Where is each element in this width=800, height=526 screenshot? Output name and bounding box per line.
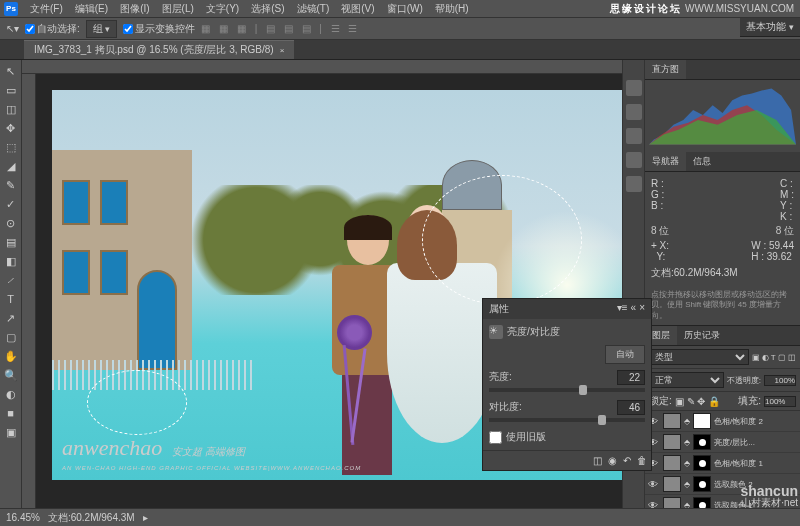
tool-zoom[interactable]: 🔍 — [2, 366, 20, 384]
layer-thumb[interactable] — [663, 476, 681, 492]
opacity-input[interactable] — [764, 375, 796, 386]
menu-type[interactable]: 文字(Y) — [200, 2, 245, 16]
layer-thumb[interactable] — [663, 434, 681, 450]
tool-eraser[interactable]: ◧ — [2, 252, 20, 270]
auto-button[interactable]: 自动 — [605, 345, 645, 364]
menu-select[interactable]: 选择(S) — [245, 2, 290, 16]
workspace-switcher[interactable]: 基本功能 ▾ — [740, 18, 800, 37]
brightness-value[interactable]: 22 — [617, 370, 645, 385]
tab-histogram[interactable]: 直方图 — [645, 60, 686, 79]
layer-name[interactable]: 色相/饱和度 1 — [714, 458, 797, 469]
properties-panel[interactable]: 属性▾≡«× ☀亮度/对比度 自动 亮度:22 对比度:46 使用旧版 ◫ ◉ … — [482, 298, 652, 471]
ps-logo: Ps — [4, 2, 18, 16]
tool-swap[interactable]: ◐ — [2, 385, 20, 403]
visibility-icon[interactable]: 👁 — [648, 479, 660, 490]
doc-size[interactable]: 文档:60.2M/964.3M — [48, 511, 135, 525]
histogram-graph — [649, 84, 796, 146]
tool-marquee[interactable]: ▭ — [2, 81, 20, 99]
layer-name[interactable]: 亮度/层比... — [714, 437, 797, 448]
reset-icon[interactable]: ↶ — [623, 455, 631, 466]
link-icon: ⬘ — [684, 480, 690, 489]
corner-watermark: shancun 山村素材·net — [740, 484, 798, 508]
tool-heal[interactable]: ✓ — [2, 195, 20, 213]
tool-pen[interactable]: ⟋ — [2, 271, 20, 289]
image-fence — [52, 360, 252, 390]
dock-icon-styles[interactable] — [626, 128, 642, 144]
tool-fg[interactable]: ■ — [2, 404, 20, 422]
document-tab[interactable]: IMG_3783_1 拷贝.psd @ 16.5% (亮度/层比 3, RGB/… — [24, 40, 294, 59]
layer-mask-thumb[interactable] — [693, 413, 711, 429]
contrast-label: 对比度: — [489, 400, 522, 415]
menu-view[interactable]: 视图(V) — [335, 2, 380, 16]
tool-path[interactable]: ↗ — [2, 309, 20, 327]
dock-icon-color[interactable] — [626, 80, 642, 96]
info-tip: 点按并拖移以移动图层或移动选区的拷贝。使用 Shift 键限制到 45 度增量方… — [645, 286, 800, 325]
layer-filter-kind[interactable]: 类型 — [649, 349, 749, 365]
opacity-label: 不透明度: — [727, 375, 761, 386]
blend-mode-select[interactable]: 正常 — [649, 372, 724, 388]
legacy-check[interactable]: 使用旧版 — [489, 430, 645, 444]
tool-hand[interactable]: ✋ — [2, 347, 20, 365]
layer-thumb[interactable] — [663, 413, 681, 429]
auto-select-target[interactable]: 组 ▾ — [86, 20, 118, 38]
dock-icon-char[interactable] — [626, 176, 642, 192]
brightness-icon: ☀ — [489, 325, 503, 339]
panel-collapse-icon[interactable]: « — [631, 302, 637, 313]
histogram-panel — [645, 80, 800, 152]
move-tool-icon: ↖▾ — [6, 23, 19, 34]
tab-close-icon[interactable]: × — [280, 46, 285, 55]
tool-move[interactable]: ↖ — [2, 62, 20, 80]
layer-row[interactable]: 👁⬘亮度/层比... — [645, 432, 800, 453]
menu-window[interactable]: 窗口(W) — [381, 2, 429, 16]
menu-help[interactable]: 帮助(H) — [429, 2, 475, 16]
tab-history[interactable]: 历史记录 — [677, 326, 727, 345]
filter-icons[interactable]: ▣ ◐ T ▢ ◫ — [752, 353, 797, 362]
show-transform-check[interactable]: 显示变换控件 — [123, 22, 195, 36]
layer-mask-thumb[interactable] — [693, 455, 711, 471]
layer-row[interactable]: 👁⬘色相/饱和度 1 — [645, 453, 800, 474]
layer-mask-thumb[interactable] — [693, 476, 711, 492]
zoom-level[interactable]: 16.45% — [6, 512, 40, 523]
tool-eyedropper[interactable]: ◢ — [2, 157, 20, 175]
tool-screenmode[interactable]: ▣ — [2, 423, 20, 441]
tool-stamp[interactable]: ⊙ — [2, 214, 20, 232]
tool-shape[interactable]: ▢ — [2, 328, 20, 346]
brightness-label: 亮度: — [489, 370, 512, 385]
delete-adj-icon[interactable]: 🗑 — [637, 455, 647, 466]
lock-icons[interactable]: ▣ ✎ ✥ 🔒 — [675, 396, 720, 407]
panel-menu-icon[interactable]: ▾≡ — [617, 302, 628, 313]
menu-filter[interactable]: 滤镜(T) — [291, 2, 336, 16]
dock-icon-swatches[interactable] — [626, 104, 642, 120]
contrast-slider[interactable] — [489, 418, 645, 422]
auto-select-check[interactable]: 自动选择: — [25, 22, 80, 36]
layer-row[interactable]: 👁⬘色相/饱和度 2 — [645, 411, 800, 432]
contrast-value[interactable]: 46 — [617, 400, 645, 415]
image-building — [52, 150, 192, 370]
clip-icon[interactable]: ◫ — [593, 455, 602, 466]
tool-type[interactable]: T — [2, 290, 20, 308]
brightness-slider[interactable] — [489, 388, 645, 392]
dock-icon-adjustments[interactable] — [626, 152, 642, 168]
align-icons[interactable]: ▦ ▦ ▦ | ▤ ▤ ▤ | ☰ ☰ — [201, 23, 360, 34]
layer-mask-thumb[interactable] — [693, 434, 711, 450]
tool-wand[interactable]: ✥ — [2, 119, 20, 137]
tool-lasso[interactable]: ◫ — [2, 100, 20, 118]
fill-input[interactable] — [764, 396, 796, 407]
menu-edit[interactable]: 编辑(E) — [69, 2, 114, 16]
menu-image[interactable]: 图像(I) — [114, 2, 155, 16]
info-panel: R :G :B :C :M :Y :K : 8 位8 位 + X: Y:W : … — [645, 172, 800, 286]
tool-brush[interactable]: ✎ — [2, 176, 20, 194]
ruler-vertical — [22, 74, 36, 508]
tool-crop[interactable]: ⬚ — [2, 138, 20, 156]
tab-navigator[interactable]: 导航器 — [645, 152, 686, 171]
layer-thumb[interactable] — [663, 455, 681, 471]
tab-info[interactable]: 信息 — [686, 152, 718, 171]
adjustment-name: 亮度/对比度 — [507, 325, 560, 339]
tool-gradient[interactable]: ▤ — [2, 233, 20, 251]
view-prev-icon[interactable]: ◉ — [608, 455, 617, 466]
menu-file[interactable]: 文件(F) — [24, 2, 69, 16]
menu-layer[interactable]: 图层(L) — [156, 2, 200, 16]
layer-name[interactable]: 色相/饱和度 2 — [714, 416, 797, 427]
panel-close-icon[interactable]: × — [639, 302, 645, 313]
properties-title: 属性 — [489, 302, 509, 316]
